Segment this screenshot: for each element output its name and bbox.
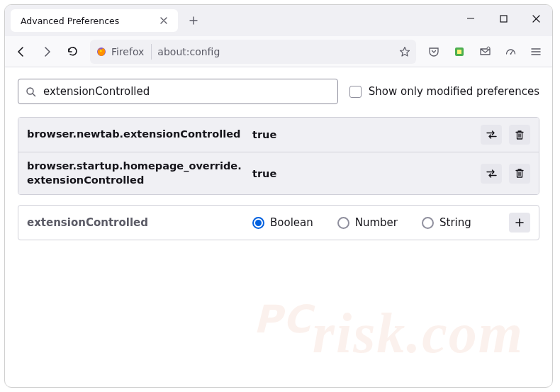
reload-button[interactable] — [60, 40, 84, 64]
identity-label: Firefox — [111, 46, 144, 57]
minimize-button[interactable] — [454, 5, 487, 32]
dashboard-icon[interactable] — [498, 40, 522, 64]
pref-value: true — [247, 129, 481, 140]
radio-icon — [252, 217, 264, 229]
add-button[interactable] — [509, 213, 530, 233]
firefox-logo-icon — [96, 46, 107, 57]
titlebar: Advanced Preferences — [5, 5, 552, 36]
mail-icon[interactable] — [473, 40, 497, 64]
radio-label: Number — [355, 216, 398, 229]
close-window-button[interactable] — [520, 5, 552, 32]
toggle-button[interactable] — [481, 125, 502, 145]
type-boolean-radio[interactable]: Boolean — [252, 216, 313, 229]
url-bar[interactable]: Firefox about:config — [90, 40, 416, 64]
pref-name: browser.newtab.extensionControlled — [27, 128, 247, 142]
bookmark-star-icon[interactable] — [399, 46, 410, 57]
pref-value: true — [247, 168, 481, 179]
svg-rect-0 — [500, 16, 507, 22]
type-number-radio[interactable]: Number — [337, 216, 398, 229]
browser-tab[interactable]: Advanced Preferences — [11, 9, 178, 32]
about-config-content: Show only modified preferences browser.n… — [5, 67, 552, 387]
checkbox-label: Show only modified preferences — [369, 85, 539, 98]
radio-label: Boolean — [270, 216, 313, 229]
type-string-radio[interactable]: String — [422, 216, 471, 229]
hamburger-menu-icon[interactable] — [524, 40, 548, 64]
extension-icon[interactable] — [447, 40, 471, 64]
maximize-button[interactable] — [487, 5, 520, 32]
delete-button[interactable] — [509, 164, 530, 184]
pref-actions — [481, 164, 530, 184]
tab-title: Advanced Preferences — [21, 16, 155, 26]
url-text: about:config — [157, 46, 393, 57]
svg-point-5 — [510, 53, 511, 55]
watermark: PCrisk.com — [254, 297, 524, 366]
forward-button[interactable] — [35, 40, 59, 64]
search-input[interactable] — [43, 85, 330, 98]
radio-icon — [337, 217, 349, 229]
pref-row[interactable]: browser.startup.homepage_override.extens… — [18, 152, 539, 194]
pref-name: browser.startup.homepage_override.extens… — [27, 159, 247, 187]
toggle-button[interactable] — [481, 164, 502, 184]
radio-icon — [422, 217, 434, 229]
svg-rect-3 — [457, 50, 461, 54]
show-modified-checkbox[interactable]: Show only modified preferences — [349, 85, 539, 98]
new-pref-name: extensionControlled — [27, 216, 247, 229]
pocket-icon[interactable] — [422, 40, 446, 64]
prefs-list: browser.newtab.extensionControlled true … — [18, 117, 539, 195]
app-window: Advanced Preferences — [4, 4, 553, 388]
search-row: Show only modified preferences — [18, 79, 539, 104]
identity-box[interactable]: Firefox — [96, 44, 152, 60]
add-pref-section: extensionControlled Boolean Number Strin… — [18, 205, 539, 240]
delete-button[interactable] — [509, 125, 530, 145]
pref-row[interactable]: browser.newtab.extensionControlled true — [18, 118, 539, 152]
nav-toolbar: Firefox about:config — [5, 36, 552, 67]
checkbox-icon — [349, 86, 362, 98]
radio-label: String — [439, 216, 471, 229]
back-button[interactable] — [9, 40, 33, 64]
new-tab-button[interactable] — [182, 9, 205, 32]
type-options: Boolean Number String — [247, 216, 509, 229]
pref-actions — [481, 125, 530, 145]
window-controls — [454, 5, 552, 32]
close-tab-icon[interactable] — [155, 12, 172, 29]
search-icon — [26, 86, 36, 97]
search-box[interactable] — [18, 79, 338, 104]
add-pref-row: extensionControlled Boolean Number Strin… — [18, 206, 539, 240]
svg-point-4 — [487, 47, 490, 50]
